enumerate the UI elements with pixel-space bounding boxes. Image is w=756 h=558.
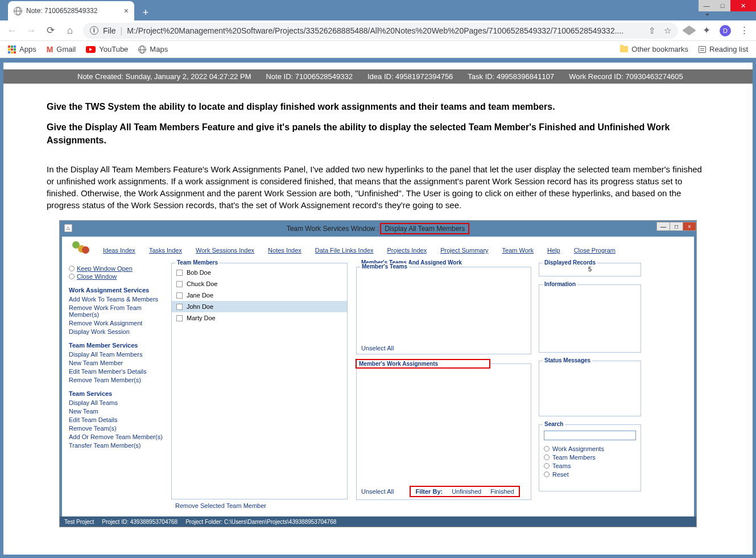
profile-avatar[interactable]: D xyxy=(720,25,731,36)
link-remove-teams[interactable]: Remove Team(s) xyxy=(69,425,169,432)
team-member-row-selected[interactable]: John Doe xyxy=(172,301,347,312)
heading-2: Give the Display All Team Members Featur… xyxy=(47,121,709,147)
link-transfer-team-members[interactable]: Transfer Team Member(s) xyxy=(69,442,169,449)
maps-bookmark[interactable]: Maps xyxy=(138,45,168,53)
menu-help[interactable]: Help xyxy=(547,247,560,254)
menu-close-program[interactable]: Close Program xyxy=(574,247,615,254)
link-edit-team-member[interactable]: Edit Team Member's Details xyxy=(69,368,169,375)
search-panel: Search Work Assignments Team Members Tea… xyxy=(539,424,641,491)
link-edit-team-details[interactable]: Edit Team Details xyxy=(69,416,169,423)
url-prefix: File xyxy=(103,26,116,35)
other-bookmarks[interactable]: Other bookmarks xyxy=(620,45,688,53)
search-input[interactable] xyxy=(544,431,636,440)
note-metadata-bar: Note Created: Sunday, January 2, 2022 04… xyxy=(3,69,753,84)
link-display-all-teams[interactable]: Display All Teams xyxy=(69,399,169,406)
tab-close-icon[interactable]: × xyxy=(124,6,129,15)
filter-label: Filter By: xyxy=(415,488,443,495)
checkbox-icon[interactable] xyxy=(176,304,183,310)
extensions-icon[interactable]: ✦ xyxy=(700,24,713,36)
team-member-row[interactable]: Bob Doe xyxy=(172,267,347,278)
app-minimize[interactable]: — xyxy=(656,222,670,231)
link-display-work-session[interactable]: Display Work Session xyxy=(69,328,169,335)
app-close[interactable]: × xyxy=(683,222,696,231)
team-member-row[interactable]: Jane Doe xyxy=(172,290,347,301)
search-work-assignments-radio[interactable]: Work Assignments xyxy=(544,445,636,452)
unselect-all-teams[interactable]: Unselect All xyxy=(361,345,394,352)
displayed-records-value: 5 xyxy=(588,266,592,272)
tab-strip: Note: 71006528549332 × + ⌄ xyxy=(0,0,756,20)
share-icon[interactable]: ⇧ xyxy=(648,26,656,36)
browser-toolbar: ← → ⟳ ⌂ i File | M:/Project%20Management… xyxy=(0,20,756,41)
site-info-icon[interactable]: i xyxy=(90,26,98,35)
status-messages-title: Status Messages xyxy=(543,357,592,363)
menu-team-work[interactable]: Team Work xyxy=(502,247,534,254)
team-member-row[interactable]: Marty Doe xyxy=(172,312,347,324)
bookmarks-bar: Apps MGmail YouTube Maps Other bookmarks… xyxy=(0,41,756,58)
search-reset-radio[interactable]: Reset xyxy=(544,471,636,478)
status-messages-panel: Status Messages xyxy=(539,361,641,416)
idea-id: Idea ID: 49581972394756 xyxy=(367,72,453,81)
keep-window-open-radio[interactable]: Keep Window Open xyxy=(69,265,169,272)
checkbox-icon[interactable] xyxy=(176,281,183,287)
displayed-records-title: Displayed Records xyxy=(543,259,597,266)
link-remove-work-assignment[interactable]: Remove Work Assignment xyxy=(69,320,169,326)
unselect-all-work[interactable]: Unselect All xyxy=(361,488,394,495)
remove-selected-member-link[interactable]: Remove Selected Team Member xyxy=(175,502,266,509)
link-add-work[interactable]: Add Work To Teams & Members xyxy=(69,296,169,303)
menu-notes[interactable]: Notes Index xyxy=(268,247,301,254)
address-bar[interactable]: i File | M:/Project%20Management%20Softw… xyxy=(83,23,678,39)
gmail-bookmark[interactable]: MGmail xyxy=(47,45,76,54)
chrome-menu-icon[interactable]: ⋮ xyxy=(738,24,750,36)
checkbox-icon[interactable] xyxy=(176,315,183,321)
bookmark-icon[interactable]: ☆ xyxy=(664,26,671,36)
team-member-row[interactable]: Chuck Doe xyxy=(172,278,347,290)
extension-cube-icon[interactable] xyxy=(682,26,696,35)
menu-work-sessions[interactable]: Work Sessions Index xyxy=(196,247,254,254)
checkbox-icon[interactable] xyxy=(176,292,183,299)
search-teams-radio[interactable]: Teams xyxy=(544,462,636,469)
checkbox-icon[interactable] xyxy=(176,270,183,276)
task-id: Task ID: 49958396841107 xyxy=(468,72,554,81)
app-screenshot: ♨ Team Work Services Window : Display Al… xyxy=(59,220,697,527)
app-menubar: Ideas Index Tasks Index Work Sessions In… xyxy=(103,247,683,254)
link-new-team-member[interactable]: New Team Member xyxy=(69,359,169,366)
information-panel: Information xyxy=(539,284,641,353)
browser-tab[interactable]: Note: 71006528549332 × xyxy=(8,1,134,20)
link-remove-work-members[interactable]: Remove Work From Team Member(s) xyxy=(69,304,169,318)
search-team-members-radio[interactable]: Team Members xyxy=(544,454,636,461)
reload-button[interactable]: ⟳ xyxy=(44,24,57,36)
app-logo xyxy=(72,241,89,254)
page-viewport: Note Created: Sunday, January 2, 2022 04… xyxy=(3,63,753,555)
new-tab-button[interactable]: + xyxy=(138,5,154,20)
menu-data-file-links[interactable]: Data File Links Index xyxy=(315,247,374,254)
home-button[interactable]: ⌂ xyxy=(64,25,76,36)
link-add-remove-team-members[interactable]: Add Or Remove Team Member(s) xyxy=(69,433,169,440)
url-text: M:/Project%20Management%20Software/Proje… xyxy=(127,26,623,35)
work-record-id: Work Record ID: 70930463274605 xyxy=(569,72,683,81)
reading-list[interactable]: Reading list xyxy=(699,45,748,53)
forward-button[interactable]: → xyxy=(25,25,38,36)
gmail-icon: M xyxy=(47,45,53,54)
close-window-radio[interactable]: Close Window xyxy=(69,273,169,280)
globe-icon xyxy=(138,46,146,53)
members-teams-title: Member's Teams xyxy=(360,263,409,270)
window-minimize[interactable]: — xyxy=(699,0,714,11)
link-new-team[interactable]: New Team xyxy=(69,408,169,415)
status-project-id: Project ID: 439388953704768 xyxy=(102,519,177,525)
was-section-title: Work Assignment Services xyxy=(69,287,169,294)
menu-projects[interactable]: Projects Index xyxy=(387,247,427,254)
window-maximize[interactable]: □ xyxy=(714,0,730,11)
apps-shortcut[interactable]: Apps xyxy=(8,45,36,53)
link-remove-team-members[interactable]: Remove Team Member(s) xyxy=(69,377,169,383)
menu-ideas[interactable]: Ideas Index xyxy=(103,247,135,254)
filter-unfinished-link[interactable]: Unfinished xyxy=(452,488,481,495)
menu-project-summary[interactable]: Project Summary xyxy=(440,247,488,254)
app-maximize[interactable]: □ xyxy=(670,222,683,231)
youtube-bookmark[interactable]: YouTube xyxy=(86,45,128,53)
window-close[interactable]: ✕ xyxy=(730,0,756,11)
filter-finished-link[interactable]: Finished xyxy=(490,488,514,495)
back-button[interactable]: ← xyxy=(6,25,18,36)
link-display-all-team-members[interactable]: Display All Team Members xyxy=(69,351,169,358)
menu-tasks[interactable]: Tasks Index xyxy=(149,247,182,254)
tab-title: Note: 71006528549332 xyxy=(26,7,97,15)
